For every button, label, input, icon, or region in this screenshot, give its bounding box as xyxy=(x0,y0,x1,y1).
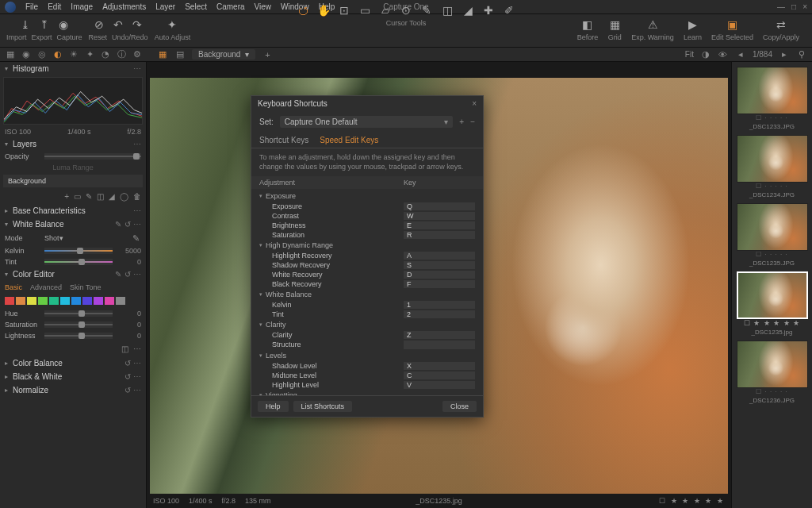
import-icon[interactable]: ⤓ xyxy=(18,17,33,32)
layer-grad-icon[interactable]: ◢ xyxy=(109,192,115,201)
shortcut-key-field[interactable] xyxy=(404,341,475,349)
shortcut-key-field[interactable]: Q xyxy=(404,202,475,210)
status-rating[interactable]: ☐ ★ ★ ★ ★ ★ xyxy=(659,497,725,505)
thumb-rating[interactable]: ☐ · · · · · xyxy=(737,114,807,121)
swatch-0[interactable] xyxy=(5,297,14,305)
undo-icon[interactable]: ↶ xyxy=(111,17,125,32)
swatch-2[interactable] xyxy=(27,297,36,305)
hue-slider[interactable] xyxy=(44,310,113,317)
menu-camera[interactable]: Camera xyxy=(216,2,245,11)
shortcut-key-field[interactable]: X xyxy=(404,362,475,370)
close-button[interactable]: Close xyxy=(442,401,477,412)
proof-icon[interactable]: ◑ xyxy=(700,49,711,60)
thumb-item[interactable]: ☐ · · · · ·_DSC1235.JPG xyxy=(737,203,807,267)
swatch-7[interactable] xyxy=(82,297,92,305)
cursor-keystone-icon[interactable]: ▱ xyxy=(378,3,393,17)
swatch-4[interactable] xyxy=(49,297,59,305)
swatch-6[interactable] xyxy=(71,297,81,305)
normalize-header[interactable]: ▸Normalize↺ ⋯ xyxy=(0,383,146,397)
shortcut-row[interactable]: Shadow RecoveryS xyxy=(251,260,483,270)
wb-header[interactable]: ▾White Balance✎ ↺ ⋯ xyxy=(0,217,146,231)
thumb-image[interactable] xyxy=(737,271,808,319)
set-remove-icon[interactable]: − xyxy=(470,117,475,126)
cursor-brush-icon[interactable]: ✎ xyxy=(419,3,434,17)
sat-slider[interactable] xyxy=(44,321,113,328)
light-slider[interactable] xyxy=(44,333,113,339)
shortcut-section[interactable]: ▾Levels xyxy=(251,350,483,361)
colorbalance-header[interactable]: ▸Color Balance↺ ⋯ xyxy=(0,356,146,370)
window-close-icon[interactable]: × xyxy=(802,2,807,11)
help-button[interactable]: Help xyxy=(258,401,289,412)
learn-icon[interactable]: ▶ xyxy=(685,17,699,32)
shortcut-section[interactable]: ▾Clarity xyxy=(251,319,483,330)
thumb-rating[interactable]: ☐ · · · · · xyxy=(737,388,807,395)
shortcut-key-field[interactable]: D xyxy=(404,271,475,279)
menu-view[interactable]: View xyxy=(255,2,272,11)
window-maximize-icon[interactable]: □ xyxy=(791,2,796,11)
ce-view-icon[interactable]: ◫ xyxy=(121,344,128,353)
ce-more-icon[interactable]: ⋯ xyxy=(133,344,141,353)
add-layer-icon[interactable]: + xyxy=(262,49,273,60)
bw-header[interactable]: ▸Black & White↺ ⋯ xyxy=(0,370,146,383)
thumb-item[interactable]: ☐ · · · · ·_DSC1233.JPG xyxy=(737,67,807,130)
eye-icon[interactable]: 👁 xyxy=(718,49,729,60)
view-mode-icon[interactable]: ▦ xyxy=(157,49,168,60)
thumb-item[interactable]: ☐ · · · · ·_DSC1234.JPG xyxy=(737,135,807,198)
menu-adjustments[interactable]: Adjustments xyxy=(102,2,146,11)
tint-slider[interactable] xyxy=(44,259,113,265)
cursor-gradient-icon[interactable]: ◢ xyxy=(461,3,475,17)
editsel-icon[interactable]: ▣ xyxy=(725,17,739,32)
capture-icon[interactable]: ◉ xyxy=(56,17,71,32)
window-minimize-icon[interactable]: — xyxy=(777,2,785,11)
thumb-image[interactable] xyxy=(737,67,808,114)
thumb-item[interactable]: ☐ · · · · ·_DSC1236.JPG xyxy=(737,341,807,404)
cursor-hand-icon[interactable]: ✋ xyxy=(316,3,331,17)
layer-plus-icon[interactable]: + xyxy=(64,192,69,201)
cursor-pointer-icon[interactable]: ⭯ xyxy=(296,3,310,17)
cursor-crop-icon[interactable]: ⊡ xyxy=(337,3,351,17)
shortcut-key-field[interactable]: W xyxy=(404,212,475,220)
expwarn-icon[interactable]: ⚠ xyxy=(645,17,660,32)
prev-icon[interactable]: ◂ xyxy=(735,49,746,60)
layer-brush-icon[interactable]: ✎ xyxy=(86,192,92,201)
layer-mask-icon[interactable]: ▭ xyxy=(74,192,81,201)
shortcut-key-field[interactable]: R xyxy=(404,231,475,239)
shortcut-row[interactable]: Highlight RecoveryA xyxy=(251,251,483,260)
layers-header[interactable]: ▾Layers⋯ xyxy=(0,137,146,151)
shortcut-row[interactable]: Black RecoveryF xyxy=(251,279,483,289)
shortcut-row[interactable]: Highlight LevelV xyxy=(251,380,483,390)
cursor-eraser-icon[interactable]: ◫ xyxy=(440,3,454,17)
menu-file[interactable]: File xyxy=(25,2,38,11)
cursor-spot-icon[interactable]: ⊙ xyxy=(399,3,413,17)
tab-speed-edit-keys[interactable]: Speed Edit Keys xyxy=(320,136,378,144)
histogram-header[interactable]: ▾Histogram⋯ xyxy=(0,62,146,75)
coloreditor-header[interactable]: ▾Color Editor✎ ↺ ⋯ xyxy=(0,267,146,281)
tab-capture-icon[interactable]: ◉ xyxy=(21,49,32,60)
tab-meta-icon[interactable]: ⓘ xyxy=(116,49,127,60)
cursor-heal-icon[interactable]: ✚ xyxy=(481,3,496,17)
set-add-icon[interactable]: + xyxy=(459,117,464,126)
shortcut-key-field[interactable]: A xyxy=(404,252,475,260)
tab-lens-icon[interactable]: ◎ xyxy=(36,49,48,60)
tab-style-icon[interactable]: ◔ xyxy=(100,49,111,60)
cursor-annotate-icon[interactable]: ✐ xyxy=(502,3,516,17)
thumb-rating[interactable]: ☐ ★ ★ ★ ★ ★ xyxy=(737,319,807,327)
swatch-9[interactable] xyxy=(105,297,114,305)
thumb-item[interactable]: ☐ ★ ★ ★ ★ ★_DSC1235.jpg xyxy=(737,271,807,336)
menu-image[interactable]: Image xyxy=(71,2,93,11)
dialog-close-icon[interactable]: × xyxy=(472,99,477,108)
shortcut-section[interactable]: ▾Vignetting xyxy=(251,390,483,395)
layer-radial-icon[interactable]: ◯ xyxy=(120,192,128,201)
swatch-1[interactable] xyxy=(16,297,25,305)
ce-tab-basic[interactable]: Basic xyxy=(5,283,22,291)
shortcut-key-field[interactable]: 2 xyxy=(404,310,475,318)
thumb-rating[interactable]: ☐ · · · · · xyxy=(737,251,807,258)
layer-background[interactable]: Background xyxy=(3,175,143,187)
shortcut-row[interactable]: ContrastW xyxy=(251,211,483,221)
list-shortcuts-button[interactable]: List Shortcuts xyxy=(293,401,353,412)
set-dropdown[interactable]: Capture One Default▾ xyxy=(280,116,454,128)
shortcut-row[interactable]: White RecoveryD xyxy=(251,270,483,279)
fit-label[interactable]: Fit xyxy=(685,50,694,59)
autoadjust-icon[interactable]: ✦ xyxy=(165,17,179,32)
tab-details-icon[interactable]: ✦ xyxy=(84,49,95,60)
